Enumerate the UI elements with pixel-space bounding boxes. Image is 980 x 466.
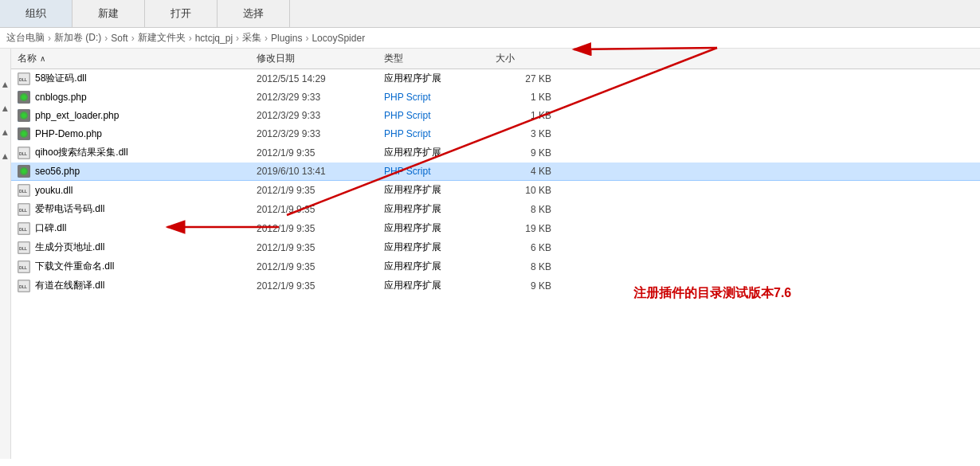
table-row[interactable]: DLL有道在线翻译.dll2012/1/9 9:35应用程序扩展9 KB	[11, 276, 980, 296]
file-date-cell: 2019/6/10 13:41	[257, 166, 384, 177]
breadcrumb-sep-0: ›	[48, 33, 51, 44]
nav-arrow-2[interactable]: ◀	[2, 106, 10, 112]
breadcrumb-item-4[interactable]: hctcjq_pj	[195, 33, 233, 44]
file-name-text: 有道在线翻译.dll	[35, 279, 104, 292]
col-size-header[interactable]: 大小	[496, 52, 559, 65]
file-name-cell: DLLyouku.dll	[18, 184, 257, 197]
file-size-cell: 19 KB	[496, 223, 559, 234]
file-type-cell: 应用程序扩展	[384, 72, 496, 85]
breadcrumb-item-2[interactable]: Soft	[111, 33, 127, 44]
file-size-cell: 4 KB	[496, 166, 559, 177]
breadcrumb-sep-3: ›	[189, 33, 192, 44]
file-name-cell: DLL下载文件重命名.dll	[18, 260, 257, 273]
file-size-cell: 3 KB	[496, 128, 559, 139]
column-header: 名称 ∧ 修改日期 类型 大小	[11, 49, 980, 69]
table-row[interactable]: DLLqihoo搜索结果采集.dll2012/1/9 9:35应用程序扩展9 K…	[11, 143, 980, 163]
file-type-cell: 应用程序扩展	[384, 183, 496, 197]
breadcrumb-item-3[interactable]: 新建文件夹	[138, 31, 186, 45]
breadcrumb-item-6[interactable]: Plugins	[271, 33, 302, 44]
file-name-cell: DLL生成分页地址.dll	[18, 241, 257, 254]
file-name-text: youku.dll	[35, 185, 73, 196]
dll-icon: DLL	[18, 280, 30, 292]
toolbar-btn-组织[interactable]: 组织	[0, 0, 73, 27]
svg-text:DLL: DLL	[19, 245, 28, 250]
file-date-cell: 2012/5/15 14:29	[257, 73, 384, 84]
php-icon	[18, 127, 30, 140]
php-icon	[18, 165, 30, 178]
toolbar-btn-新建[interactable]: 新建	[73, 0, 145, 27]
col-type-header[interactable]: 类型	[384, 52, 496, 65]
file-size-cell: 8 KB	[496, 204, 559, 215]
breadcrumb-item-1[interactable]: 新加卷 (D:)	[54, 31, 101, 45]
file-date-cell: 2012/3/29 9:33	[257, 128, 384, 139]
file-date-cell: 2012/3/29 9:33	[257, 110, 384, 121]
file-size-cell: 27 KB	[496, 73, 559, 84]
table-row[interactable]: PHP-Demo.php2012/3/29 9:33PHP Script3 KB	[11, 125, 980, 143]
breadcrumb-item-0[interactable]: 这台电脑	[6, 31, 45, 45]
file-size-cell: 1 KB	[496, 92, 559, 103]
dll-icon: DLL	[18, 203, 30, 216]
breadcrumb-sep-5: ›	[265, 33, 268, 44]
svg-point-7	[22, 113, 26, 118]
table-row[interactable]: DLLyouku.dll2012/1/9 9:35应用程序扩展10 KB	[11, 181, 980, 200]
col-name-label: 名称	[18, 52, 37, 65]
nav-arrow-1[interactable]: ◀	[2, 82, 10, 88]
svg-point-4	[22, 95, 26, 100]
file-name-cell: DLL爱帮电话号码.dll	[18, 202, 257, 216]
svg-text:DLL: DLL	[19, 264, 28, 269]
php-icon	[18, 109, 30, 122]
file-name-text: 口碑.dll	[35, 221, 66, 235]
col-name-header[interactable]: 名称 ∧	[18, 52, 257, 65]
file-date-cell: 2012/1/9 9:35	[257, 280, 384, 292]
table-row[interactable]: cnblogs.php2012/3/29 9:33PHP Script1 KB	[11, 88, 980, 107]
nav-arrow-3[interactable]: ◀	[2, 130, 10, 135]
dll-icon: DLL	[18, 184, 30, 197]
col-date-header[interactable]: 修改日期	[257, 52, 384, 65]
file-size-cell: 8 KB	[496, 261, 559, 272]
toolbar-btn-打开[interactable]: 打开	[145, 0, 218, 27]
file-name-cell: DLL58验证码.dll	[18, 72, 257, 85]
file-name-text: 下载文件重命名.dll	[35, 260, 114, 273]
dll-icon: DLL	[18, 260, 30, 273]
file-size-cell: 10 KB	[496, 185, 559, 196]
left-nav: ◀ ◀ ◀ ◀	[0, 49, 11, 459]
svg-text:DLL: DLL	[19, 151, 28, 155]
file-type-cell: PHP Script	[384, 128, 496, 139]
table-row[interactable]: DLL生成分页地址.dll2012/1/9 9:35应用程序扩展6 KB	[11, 238, 980, 257]
svg-text:DLL: DLL	[19, 207, 28, 212]
breadcrumb-sep-1: ›	[104, 33, 108, 44]
table-row[interactable]: DLL口碑.dll2012/1/9 9:35应用程序扩展19 KB	[11, 219, 980, 238]
file-name-cell: DLL有道在线翻译.dll	[18, 279, 257, 292]
file-name-text: php_ext_loader.php	[35, 110, 119, 121]
breadcrumb-item-5[interactable]: 采集	[242, 31, 261, 45]
file-date-cell: 2012/1/9 9:35	[257, 223, 384, 234]
file-name-text: qihoo搜索结果采集.dll	[35, 146, 128, 159]
file-name-cell: cnblogs.php	[18, 91, 257, 104]
file-type-cell: 应用程序扩展	[384, 146, 496, 159]
table-row[interactable]: php_ext_loader.php2012/3/29 9:33PHP Scri…	[11, 107, 980, 125]
breadcrumb-item-7[interactable]: LocoySpider	[312, 33, 365, 44]
breadcrumb-sep-4: ›	[236, 33, 239, 44]
file-date-cell: 2012/1/9 9:35	[257, 242, 384, 253]
toolbar-btn-选择[interactable]: 选择	[218, 0, 290, 27]
table-row[interactable]: DLL58验证码.dll2012/5/15 14:29应用程序扩展27 KB	[11, 69, 980, 88]
file-list: 名称 ∧ 修改日期 类型 大小 DLL58验证码.dll2012/5/15 14…	[11, 49, 980, 459]
file-name-cell: DLLqihoo搜索结果采集.dll	[18, 146, 257, 159]
file-name-text: 爱帮电话号码.dll	[35, 202, 104, 216]
file-type-cell: PHP Script	[384, 166, 496, 177]
table-row[interactable]: seo56.php2019/6/10 13:41PHP Script4 KB	[11, 163, 980, 181]
file-size-cell: 1 KB	[496, 110, 559, 121]
breadcrumb-sep-6: ›	[305, 33, 308, 44]
breadcrumb: 这台电脑 › 新加卷 (D:) › Soft › 新建文件夹 › hctcjq_…	[0, 28, 980, 49]
file-size-cell: 9 KB	[496, 147, 559, 159]
file-type-cell: PHP Script	[384, 110, 496, 121]
sort-icon: ∧	[40, 54, 45, 63]
dll-icon: DLL	[18, 147, 30, 159]
svg-text:DLL: DLL	[19, 76, 28, 81]
file-type-cell: PHP Script	[384, 92, 496, 103]
table-row[interactable]: DLL爱帮电话号码.dll2012/1/9 9:35应用程序扩展8 KB	[11, 200, 980, 219]
file-date-cell: 2012/1/9 9:35	[257, 204, 384, 215]
nav-arrow-4[interactable]: ◀	[2, 154, 10, 159]
table-row[interactable]: DLL下载文件重命名.dll2012/1/9 9:35应用程序扩展8 KB	[11, 257, 980, 276]
php-icon	[18, 91, 30, 104]
